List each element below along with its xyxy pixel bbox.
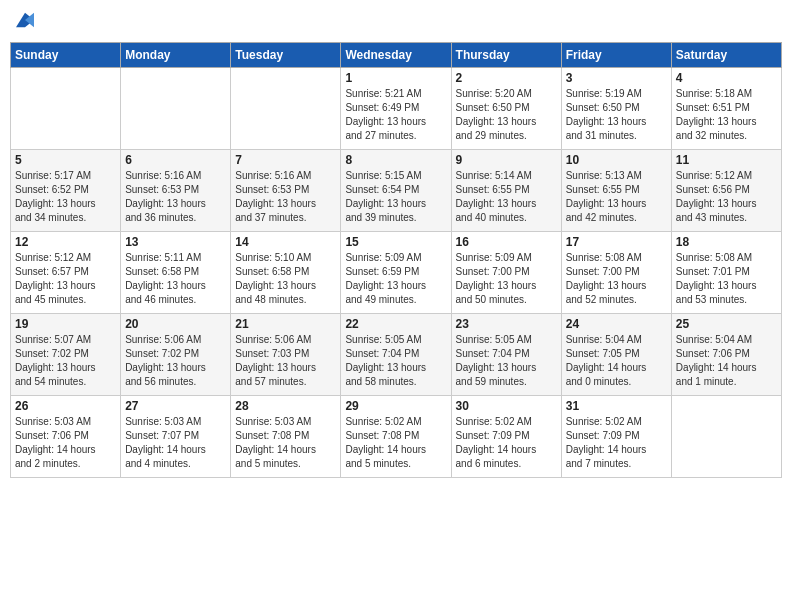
weekday-header-cell: Monday — [121, 43, 231, 68]
calendar-cell: 26Sunrise: 5:03 AMSunset: 7:06 PMDayligh… — [11, 396, 121, 478]
cell-info-line: Daylight: 13 hours — [676, 197, 777, 211]
cell-info-line: Daylight: 13 hours — [235, 197, 336, 211]
cell-info-line: and 6 minutes. — [456, 457, 557, 471]
cell-info-line: Daylight: 14 hours — [235, 443, 336, 457]
calendar-cell: 1Sunrise: 5:21 AMSunset: 6:49 PMDaylight… — [341, 68, 451, 150]
cell-info-line: and 58 minutes. — [345, 375, 446, 389]
cell-info-line: and 5 minutes. — [345, 457, 446, 471]
cell-info-line: Sunrise: 5:07 AM — [15, 333, 116, 347]
cell-info-line: Sunset: 7:04 PM — [456, 347, 557, 361]
cell-info-line: Daylight: 13 hours — [456, 197, 557, 211]
cell-info-line: and 43 minutes. — [676, 211, 777, 225]
cell-info-line: Sunset: 7:02 PM — [15, 347, 116, 361]
cell-info-line: Sunrise: 5:21 AM — [345, 87, 446, 101]
cell-info-line: and 32 minutes. — [676, 129, 777, 143]
cell-info-line: Sunrise: 5:03 AM — [125, 415, 226, 429]
calendar-cell — [121, 68, 231, 150]
cell-info-line: Sunrise: 5:08 AM — [566, 251, 667, 265]
calendar-week-row: 12Sunrise: 5:12 AMSunset: 6:57 PMDayligh… — [11, 232, 782, 314]
cell-info-line: Daylight: 13 hours — [676, 115, 777, 129]
day-number: 20 — [125, 317, 226, 331]
cell-info-line: Sunset: 6:57 PM — [15, 265, 116, 279]
cell-info-line: and 39 minutes. — [345, 211, 446, 225]
cell-info-line: Daylight: 13 hours — [345, 197, 446, 211]
cell-info-line: Sunrise: 5:09 AM — [345, 251, 446, 265]
logo — [14, 10, 34, 34]
cell-info-line: Sunset: 6:49 PM — [345, 101, 446, 115]
day-number: 18 — [676, 235, 777, 249]
calendar-cell: 10Sunrise: 5:13 AMSunset: 6:55 PMDayligh… — [561, 150, 671, 232]
cell-info-line: Sunrise: 5:14 AM — [456, 169, 557, 183]
day-number: 27 — [125, 399, 226, 413]
cell-info-line: Sunrise: 5:08 AM — [676, 251, 777, 265]
cell-info-line: Sunset: 6:50 PM — [566, 101, 667, 115]
day-number: 13 — [125, 235, 226, 249]
cell-info-line: Daylight: 13 hours — [235, 279, 336, 293]
cell-info-line: and 40 minutes. — [456, 211, 557, 225]
cell-info-line: Daylight: 13 hours — [456, 115, 557, 129]
cell-info-line: Sunrise: 5:03 AM — [235, 415, 336, 429]
day-number: 28 — [235, 399, 336, 413]
cell-info-line: Daylight: 13 hours — [456, 361, 557, 375]
cell-info-line: Sunset: 6:53 PM — [235, 183, 336, 197]
cell-info-line: Sunset: 7:02 PM — [125, 347, 226, 361]
logo-icon — [16, 11, 34, 29]
cell-info-line: Sunrise: 5:16 AM — [125, 169, 226, 183]
cell-info-line: Daylight: 13 hours — [15, 279, 116, 293]
day-number: 11 — [676, 153, 777, 167]
cell-info-line: Sunrise: 5:16 AM — [235, 169, 336, 183]
weekday-header-cell: Sunday — [11, 43, 121, 68]
cell-info-line: Sunset: 6:50 PM — [456, 101, 557, 115]
day-number: 5 — [15, 153, 116, 167]
cell-info-line: Sunset: 7:07 PM — [125, 429, 226, 443]
day-number: 12 — [15, 235, 116, 249]
calendar-cell: 31Sunrise: 5:02 AMSunset: 7:09 PMDayligh… — [561, 396, 671, 478]
day-number: 9 — [456, 153, 557, 167]
cell-info-line: Sunrise: 5:10 AM — [235, 251, 336, 265]
cell-info-line: Daylight: 13 hours — [235, 361, 336, 375]
cell-info-line: Sunrise: 5:17 AM — [15, 169, 116, 183]
cell-info-line: Daylight: 14 hours — [15, 443, 116, 457]
calendar-table: SundayMondayTuesdayWednesdayThursdayFrid… — [10, 42, 782, 478]
cell-info-line: Sunrise: 5:15 AM — [345, 169, 446, 183]
page-header — [10, 10, 782, 34]
calendar-cell: 15Sunrise: 5:09 AMSunset: 6:59 PMDayligh… — [341, 232, 451, 314]
cell-info-line: Sunset: 7:09 PM — [566, 429, 667, 443]
cell-info-line: Sunset: 7:08 PM — [345, 429, 446, 443]
day-number: 24 — [566, 317, 667, 331]
day-number: 16 — [456, 235, 557, 249]
cell-info-line: Sunset: 7:05 PM — [566, 347, 667, 361]
cell-info-line: Sunrise: 5:11 AM — [125, 251, 226, 265]
day-number: 2 — [456, 71, 557, 85]
cell-info-line: and 48 minutes. — [235, 293, 336, 307]
calendar-cell: 6Sunrise: 5:16 AMSunset: 6:53 PMDaylight… — [121, 150, 231, 232]
day-number: 6 — [125, 153, 226, 167]
weekday-header-cell: Friday — [561, 43, 671, 68]
calendar-cell: 29Sunrise: 5:02 AMSunset: 7:08 PMDayligh… — [341, 396, 451, 478]
weekday-header-cell: Wednesday — [341, 43, 451, 68]
calendar-cell: 14Sunrise: 5:10 AMSunset: 6:58 PMDayligh… — [231, 232, 341, 314]
calendar-cell: 7Sunrise: 5:16 AMSunset: 6:53 PMDaylight… — [231, 150, 341, 232]
cell-info-line: and 29 minutes. — [456, 129, 557, 143]
cell-info-line: Sunset: 7:08 PM — [235, 429, 336, 443]
cell-info-line: and 59 minutes. — [456, 375, 557, 389]
cell-info-line: Daylight: 13 hours — [566, 279, 667, 293]
cell-info-line: Daylight: 13 hours — [566, 197, 667, 211]
cell-info-line: Sunset: 6:55 PM — [456, 183, 557, 197]
cell-info-line: Daylight: 13 hours — [125, 361, 226, 375]
calendar-cell: 18Sunrise: 5:08 AMSunset: 7:01 PMDayligh… — [671, 232, 781, 314]
cell-info-line: Sunset: 6:55 PM — [566, 183, 667, 197]
cell-info-line: Daylight: 14 hours — [345, 443, 446, 457]
cell-info-line: Sunrise: 5:02 AM — [345, 415, 446, 429]
cell-info-line: Sunset: 7:09 PM — [456, 429, 557, 443]
cell-info-line: and 42 minutes. — [566, 211, 667, 225]
cell-info-line: Sunrise: 5:12 AM — [676, 169, 777, 183]
calendar-cell: 30Sunrise: 5:02 AMSunset: 7:09 PMDayligh… — [451, 396, 561, 478]
cell-info-line: Sunrise: 5:09 AM — [456, 251, 557, 265]
cell-info-line: Sunset: 7:06 PM — [676, 347, 777, 361]
cell-info-line: and 45 minutes. — [15, 293, 116, 307]
day-number: 21 — [235, 317, 336, 331]
day-number: 25 — [676, 317, 777, 331]
cell-info-line: Sunrise: 5:19 AM — [566, 87, 667, 101]
calendar-cell: 20Sunrise: 5:06 AMSunset: 7:02 PMDayligh… — [121, 314, 231, 396]
